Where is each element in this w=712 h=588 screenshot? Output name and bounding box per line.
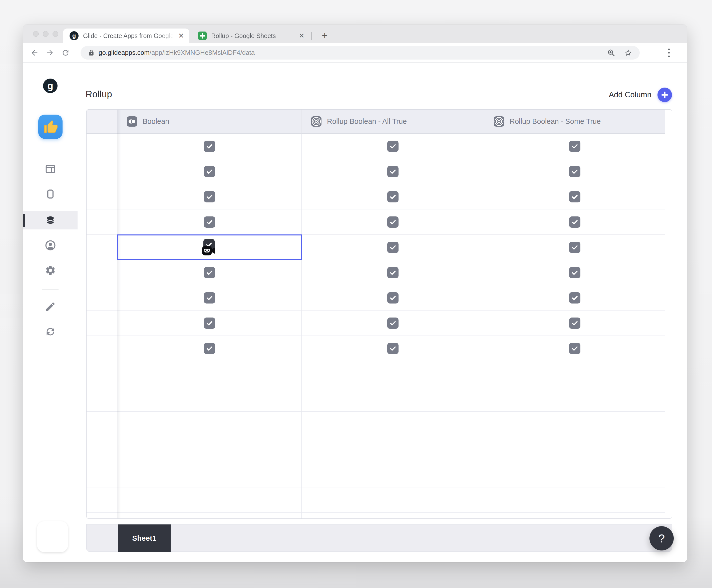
boolean-cell[interactable] [117, 209, 302, 235]
empty-cell[interactable] [302, 437, 484, 462]
empty-cell[interactable] [484, 437, 665, 462]
empty-cell[interactable] [302, 361, 484, 386]
boolean-cell[interactable] [302, 260, 484, 285]
column-header[interactable]: Rollup Boolean - All True [302, 110, 484, 133]
sidebar-item-settings[interactable] [23, 261, 78, 279]
add-column[interactable]: Add Column [609, 88, 672, 102]
checkbox-checked[interactable] [569, 267, 580, 278]
checkbox-checked[interactable] [569, 216, 580, 228]
empty-cell[interactable] [484, 462, 665, 487]
reload-icon[interactable] [60, 47, 71, 58]
tab-google-sheets[interactable]: Rollup - Google Sheets ✕ [196, 28, 307, 43]
checkbox-checked[interactable] [204, 166, 215, 177]
column-header[interactable]: Boolean [117, 110, 302, 133]
boolean-cell[interactable] [484, 311, 665, 336]
boolean-cell[interactable] [484, 260, 665, 285]
checkbox-checked[interactable] [387, 317, 398, 329]
forward-icon[interactable] [45, 47, 56, 58]
boolean-cell[interactable] [302, 336, 484, 361]
checkbox-checked[interactable] [204, 317, 215, 329]
help-button[interactable]: ? [649, 526, 674, 550]
bookmark-star-icon[interactable] [624, 49, 632, 57]
checkbox-checked[interactable] [387, 141, 398, 152]
user-avatar[interactable] [37, 521, 68, 552]
row-header-cell[interactable] [87, 235, 117, 260]
tab-glide[interactable]: g Glide · Create Apps from Google ✕ [63, 28, 189, 43]
row-header-cell[interactable] [87, 361, 117, 386]
boolean-cell[interactable] [484, 209, 665, 235]
checkbox-checked[interactable] [204, 141, 215, 152]
sheet-tab-sheet1[interactable]: Sheet1 [118, 524, 171, 552]
sidebar-item-edit[interactable] [23, 297, 78, 316]
boolean-cell[interactable] [117, 133, 302, 159]
sidebar-item-data[interactable] [23, 211, 78, 229]
close-tab-icon[interactable]: ✕ [178, 32, 184, 40]
boolean-cell[interactable] [117, 159, 302, 184]
close-window-button[interactable] [33, 31, 39, 37]
address-bar[interactable]: go.glideapps.com/app/IzHk9XMNGHe8MslAiDF… [81, 46, 640, 60]
row-header-cell[interactable] [87, 209, 117, 235]
new-tab-button[interactable]: + [318, 28, 332, 43]
sidebar-item-sync[interactable] [23, 322, 78, 341]
row-header-cell[interactable] [87, 159, 117, 184]
empty-cell[interactable] [484, 386, 665, 412]
row-header-cell[interactable] [87, 285, 117, 311]
row-header-cell[interactable] [87, 462, 117, 487]
checkbox-checked[interactable] [569, 343, 580, 354]
boolean-cell[interactable] [484, 184, 665, 209]
boolean-cell[interactable] [484, 285, 665, 311]
empty-cell[interactable] [302, 462, 484, 487]
checkbox-checked[interactable] [204, 191, 215, 203]
minimize-window-button[interactable] [43, 31, 48, 37]
checkbox-checked[interactable] [569, 141, 580, 152]
empty-cell[interactable] [117, 437, 302, 462]
row-header-cell[interactable] [87, 336, 117, 361]
checkbox-checked[interactable] [569, 166, 580, 177]
close-tab-icon[interactable]: ✕ [299, 32, 304, 40]
boolean-cell[interactable] [117, 285, 302, 311]
row-header-cell[interactable] [87, 260, 117, 285]
row-header-cell[interactable] [87, 437, 117, 462]
row-header-cell[interactable] [87, 386, 117, 412]
checkbox-checked[interactable] [387, 166, 398, 177]
sidebar-item-layout[interactable] [23, 160, 78, 178]
boolean-cell[interactable] [302, 159, 484, 184]
checkbox-checked[interactable] [569, 191, 580, 203]
empty-cell[interactable] [117, 361, 302, 386]
boolean-cell[interactable] [484, 133, 665, 159]
empty-cell[interactable] [484, 513, 665, 519]
boolean-cell[interactable] [302, 184, 484, 209]
zoom-window-button[interactable] [52, 31, 58, 37]
sidebar-item-phone[interactable] [23, 185, 78, 203]
checkbox-checked[interactable] [387, 343, 398, 354]
empty-cell[interactable] [117, 487, 302, 513]
glide-logo[interactable]: g [43, 79, 58, 93]
boolean-cell[interactable] [484, 159, 665, 184]
boolean-cell[interactable] [302, 285, 484, 311]
checkbox-checked[interactable] [387, 267, 398, 278]
boolean-cell[interactable] [302, 133, 484, 159]
empty-cell[interactable] [117, 386, 302, 412]
checkbox-checked[interactable] [569, 292, 580, 303]
empty-cell[interactable] [302, 386, 484, 412]
empty-cell[interactable] [484, 412, 665, 437]
sidebar-item-users[interactable] [23, 236, 78, 254]
row-header-cell[interactable] [87, 487, 117, 513]
browser-menu-icon[interactable] [668, 48, 670, 57]
row-header-cell[interactable] [87, 184, 117, 209]
column-header[interactable]: Rollup Boolean - Some True [484, 110, 665, 133]
boolean-cell[interactable] [117, 184, 302, 209]
browser-profile-avatar[interactable] [647, 45, 662, 60]
empty-cell[interactable] [302, 412, 484, 437]
scrollbar-gutter[interactable] [665, 110, 672, 519]
zoom-in-icon[interactable] [607, 49, 615, 57]
checkbox-checked[interactable] [204, 292, 215, 303]
boolean-cell[interactable] [302, 235, 484, 260]
row-header-cell[interactable] [87, 311, 117, 336]
empty-cell[interactable] [484, 487, 665, 513]
empty-cell[interactable] [302, 513, 484, 519]
checkbox-checked[interactable] [204, 343, 215, 354]
row-header-cell[interactable] [87, 133, 117, 159]
boolean-cell[interactable] [117, 311, 302, 336]
checkbox-checked[interactable] [569, 317, 580, 329]
